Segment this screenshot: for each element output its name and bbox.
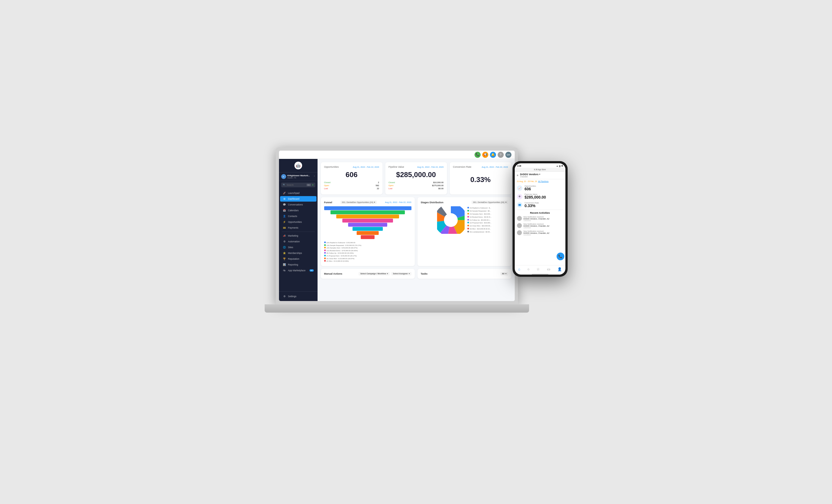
phone-nav-header: ≡ DrDDS Vendors ▾ Chandler <box>515 171 565 179</box>
phone-icon[interactable]: 📞 <box>474 152 480 158</box>
phone-call-button[interactable]: 📞 <box>556 253 564 260</box>
marketing-label: Marketing <box>288 234 298 237</box>
laptop: 📞 📢 🔔 ? SH 🤖 K <box>265 147 529 340</box>
sidebar-item-settings[interactable]: ⚙ Settings <box>280 294 316 299</box>
account-info: KHightower Marketi... Austin, TX <box>288 174 312 179</box>
tasks-card: Tasks All ▾ <box>417 269 512 279</box>
account-selector[interactable]: K KHightower Marketi... Austin, TX ⌃ <box>279 173 317 181</box>
megaphone-icon[interactable]: 📢 <box>482 152 488 158</box>
phone-appstore-banner: 8.36 App Store <box>515 168 565 171</box>
account-location: Austin, TX <box>288 177 312 179</box>
sidebar-item-conversations[interactable]: 💬 Conversations <box>280 202 316 207</box>
help-icon[interactable]: ? <box>498 152 504 158</box>
sites-label: Sites <box>288 246 293 249</box>
sidebar-item-automation[interactable]: ⚙ Automation <box>280 239 316 244</box>
funnel-legend-6: (4) Close Won - $ 20,000.00 (16.67%) <box>327 258 355 260</box>
stages-filter-dropdown[interactable]: 001. DentalDex Opportunities (24) ▾ <box>471 201 508 204</box>
phone-status-icons: ▲ ||| ▮ <box>556 165 563 167</box>
nav-items: 🚀 Launchpad ⊞ Dashboard 💬 Conversations <box>279 189 317 291</box>
lost-label-1: Lost <box>389 187 392 190</box>
phone-nav-home-icon[interactable]: ⌂ <box>518 267 520 271</box>
bell-icon[interactable]: 🔔 <box>490 152 496 158</box>
calendars-icon: 📅 <box>283 209 286 212</box>
opportunities-label: Opportunities <box>288 220 302 223</box>
user-avatar[interactable]: SH <box>505 152 512 158</box>
tasks-filter-dropdown[interactable]: All ▾ <box>500 272 508 275</box>
stat-card-header-2: Conversion Rate Aug 21, 2022 - Feb 22, 2… <box>453 165 508 168</box>
campaign-workflow-dropdown[interactable]: Select Campaign / Workflow ▾ <box>359 272 390 275</box>
account-avatar: K <box>281 174 286 179</box>
sidebar-bottom: ⚙ Settings <box>279 291 317 301</box>
stat-title-2: Conversion Rate <box>453 165 471 168</box>
bottom-row: Manual Actions Select Campaign / Workflo… <box>321 269 512 279</box>
funnel-layer-4 <box>348 223 388 227</box>
stage-legend-5: (2) Proposal Sent - $15,000... <box>470 222 492 223</box>
stages-pie-legend: (4) Replied to Outbound - $... (0) Sampl… <box>467 207 492 233</box>
phone-pipeline-filter[interactable]: All Pipelines <box>538 180 549 182</box>
closed-value-0: 2 <box>378 181 379 184</box>
sidebar-item-opportunities[interactable]: ⚡ Opportunities <box>280 219 316 225</box>
stat-title-1: Pipeline Value <box>389 165 404 168</box>
stages-pie-container: (4) Replied to Outbound - $... (0) Sampl… <box>421 206 508 234</box>
battery-icon: ▮ <box>562 165 563 167</box>
signal-icon: ||| <box>559 165 561 167</box>
stat-card-header-0: Opportunities Aug 21, 2022 - Feb 22, 202… <box>324 165 379 168</box>
app-marketplace-icon: 🛍 <box>283 269 286 272</box>
settings-icon: ⚙ <box>283 295 286 298</box>
laptop-base <box>265 304 529 313</box>
sidebar-item-dashboard[interactable]: ⊞ Dashboard <box>280 196 316 202</box>
manual-actions-title: Manual Actions <box>324 272 342 275</box>
search-input[interactable] <box>287 184 306 186</box>
phone-account-chevron: ▾ <box>539 173 540 176</box>
sidebar-item-calendars[interactable]: 📅 Calendars <box>280 208 316 213</box>
sidebar-item-reputation[interactable]: 🏆 Reputation <box>280 256 316 262</box>
marketing-icon: 📣 <box>283 234 286 237</box>
sidebar-item-contacts[interactable]: 👤 Contacts <box>280 213 316 219</box>
stages-title: Stages Distribution <box>421 201 444 204</box>
phone-opportunities-stat: 📈 Opportunities 606 <box>517 185 563 191</box>
phone-home-indicator <box>532 274 548 274</box>
search-add-icon[interactable]: + <box>312 183 314 186</box>
automation-icon: ⚙ <box>283 240 286 243</box>
stage-legend-1: (0) Sample Requested - $0... <box>470 210 491 212</box>
dashboard-icon: ⊞ <box>283 197 286 200</box>
stat-detail-lost-0: Lost 22 <box>324 187 379 190</box>
funnel-legend-0: (24) Replied to Outbound - $ 50,000.00 <box>327 242 355 243</box>
stat-card-header-1: Pipeline Value Aug 21, 2022 - Feb 22, 20… <box>389 165 444 168</box>
funnel-chevron-icon: ▾ <box>374 201 375 204</box>
sidebar-item-marketing[interactable]: 📣 Marketing <box>280 233 316 239</box>
main-layout: 🤖 K KHightower Marketi... Austin, TX ⌃ 🔍 <box>279 159 515 301</box>
sidebar-item-sites[interactable]: 🌐 Sites <box>280 244 316 250</box>
reputation-icon: 🏆 <box>283 258 286 260</box>
sidebar-item-launchpad[interactable]: 🚀 Launchpad <box>280 190 316 196</box>
phone-opportunities-block: Opportunities 606 <box>525 185 536 191</box>
funnel-legend: (24) Replied to Outbound - $ 50,000.00 (… <box>324 241 412 263</box>
memberships-label: Memberships <box>288 252 302 255</box>
sidebar-item-payments[interactable]: 💳 Payments <box>280 225 316 231</box>
phone-time: 8:36 <box>518 165 521 167</box>
svg-point-8 <box>444 213 458 227</box>
phone-account-name: DrDDS Vendors <box>520 173 539 176</box>
stage-legend-3: (2) Booked Demo - $0.00 (5... <box>470 216 492 218</box>
activity-date-1: 1/26/2023 <box>524 227 563 229</box>
phone-nav-contacts-icon[interactable]: ○ <box>527 267 529 271</box>
contacts-label: Contacts <box>288 215 297 218</box>
phone-nav-star-icon[interactable]: ☆ <box>537 267 540 271</box>
sidebar-item-reporting[interactable]: 📊 Reporting <box>280 262 316 267</box>
funnel-filter-dropdown[interactable]: 001. DentalDex Opportunities (24) ▾ <box>340 201 377 204</box>
funnel-card: Funnel 001. DentalDex Opportunities (24)… <box>321 197 415 266</box>
contacts-icon: 👤 <box>283 215 286 218</box>
funnel-date: Aug 21, 2022 - Feb 22, 2023 <box>385 201 412 204</box>
stages-card: Stages Distribution 001. DentalDex Oppor… <box>417 197 512 266</box>
search-bar[interactable]: 🔍 ⌘K + <box>281 183 315 187</box>
search-shortcut: ⌘K <box>307 184 311 186</box>
stage-legend-4: (1) Follow Up - $5,000.00 (... <box>470 219 491 221</box>
phone-menu-icon[interactable]: ≡ <box>517 174 519 177</box>
funnel-legend-2: (16) Samples Sent - $ 50,000.00 (66.67%) <box>327 247 358 249</box>
phone-nav-user-icon[interactable]: 👤 <box>557 267 562 271</box>
sidebar-item-memberships[interactable]: ⭐ Memberships <box>280 250 316 256</box>
assignee-dropdown[interactable]: Select Assignee ▾ <box>391 272 411 275</box>
conversations-icon: 💬 <box>283 203 286 206</box>
sidebar-item-app-marketplace[interactable]: 🛍 App Marketplace 88 <box>280 268 316 273</box>
phone-nav-calendar-icon[interactable]: ▭ <box>547 267 550 271</box>
